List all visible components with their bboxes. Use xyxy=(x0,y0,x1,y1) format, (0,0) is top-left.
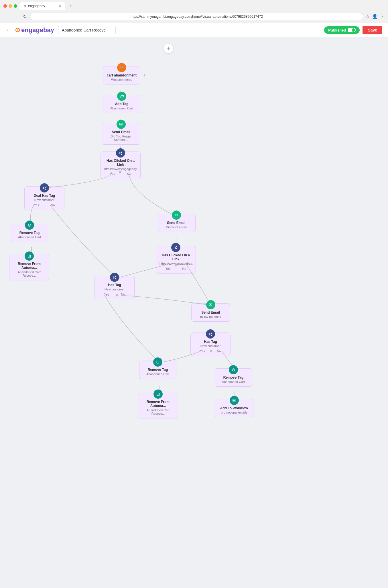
url-text: https://sammymugambi.engagebay.com/home#… xyxy=(131,15,263,19)
send-email-followup-subtitle: follow up email xyxy=(195,315,226,318)
save-button[interactable]: Save xyxy=(363,26,382,34)
remove-from-auto-2-subtitle: Abandoned Cart Recove... xyxy=(142,408,174,415)
no-label-hastag2: No xyxy=(217,349,221,353)
has-clicked-2-branches: Yes No xyxy=(159,267,192,270)
add-tag-node[interactable]: 🏷 Add Tag Abandoned Cart xyxy=(103,95,140,113)
browser-tab[interactable]: ⚙ engagebay ✕ xyxy=(19,2,65,10)
remove-tag-2-node[interactable]: ⊖ Remove Tag Abandoned Cart xyxy=(139,361,176,379)
has-clicked-1-subtitle: https://www.engagebay.... xyxy=(104,167,137,171)
email-icon-discount: ✉ xyxy=(172,211,181,220)
send-email-1-title: Send Email xyxy=(105,130,137,134)
remove-tag-icon-2: ⊖ xyxy=(153,357,162,367)
account-icon[interactable]: 👤 xyxy=(372,14,378,19)
condition-icon-hastag2: ⑆ xyxy=(206,329,215,339)
no-label-1: No xyxy=(127,172,131,176)
address-bar[interactable]: https://sammymugambi.engagebay.com/home#… xyxy=(30,13,363,20)
back-button[interactable]: ← xyxy=(3,13,10,20)
remove-tag-3-title: Remove Tag xyxy=(218,375,248,379)
send-email-followup-node[interactable]: ✉ Send Email follow up email xyxy=(191,303,230,322)
deal-has-tag-title: Deal Has Tag xyxy=(28,194,61,198)
dot-red xyxy=(3,4,7,8)
deal-has-tag-branches: Yes No xyxy=(28,203,61,207)
send-email-1-subtitle: Did You Forget Somethi... xyxy=(105,135,137,141)
inline-plus[interactable]: + xyxy=(143,73,146,78)
remove-tag-1-node[interactable]: ⊖ Remove Tag Abandoned Cart xyxy=(11,224,48,242)
logo-symbol: ⊙ xyxy=(15,26,20,34)
deal-has-tag-subtitle: New customer xyxy=(28,198,61,202)
menu-icon[interactable]: ⋮ xyxy=(380,14,385,19)
browser-chrome: ⚙ engagebay ✕ + ← → ↻ https://sammymugam… xyxy=(0,0,388,23)
dot-yellow xyxy=(9,4,12,8)
remove-from-auto-2-title: Remove From Automa... xyxy=(142,400,174,408)
deal-has-tag-node[interactable]: ⑆ Deal Has Tag New customer Yes No xyxy=(24,186,64,210)
condition-icon-hastag1: ⑆ xyxy=(110,273,119,282)
yes-label-2: Yes xyxy=(165,267,170,270)
yes-label-deal: Yes xyxy=(34,203,39,207)
send-email-followup-title: Send Email xyxy=(195,310,226,314)
remove-tag-1-subtitle: Abandoned Cart xyxy=(15,235,44,239)
workflow-name-input[interactable] xyxy=(58,26,116,34)
remove-tag-3-subtitle: Abandoned Cart xyxy=(218,380,248,384)
email-icon-1: ✉ xyxy=(117,120,126,129)
new-tab-button[interactable]: + xyxy=(68,3,74,9)
published-toggle[interactable] xyxy=(348,28,356,32)
send-email-discount-title: Send Email xyxy=(161,221,192,225)
tab-close-button[interactable]: ✕ xyxy=(58,4,61,8)
remove-auto-icon-1: ⊞ xyxy=(25,251,34,261)
has-tag-1-node[interactable]: ⑆ Has Tag New customer Yes No xyxy=(94,276,135,299)
remove-tag-2-title: Remove Tag xyxy=(143,368,173,372)
remove-tag-icon-1: ⊖ xyxy=(25,221,34,230)
send-email-1-node[interactable]: ✉ Send Email Did You Forget Somethi... xyxy=(102,123,140,145)
workflow-icon: ⊞ xyxy=(230,396,239,405)
dot-green xyxy=(14,4,17,8)
email-icon-followup: ✉ xyxy=(206,300,215,309)
remove-from-auto-1-title: Remove From Automa... xyxy=(13,262,46,270)
reload-button[interactable]: ↻ xyxy=(22,13,28,20)
bookmark-icon[interactable]: ☆ xyxy=(366,14,370,19)
has-clicked-2-title: Has Clicked On a Link xyxy=(159,253,192,261)
tab-favicon: ⚙ xyxy=(23,4,26,8)
remove-from-auto-1-node[interactable]: ⊞ Remove From Automa... Abandoned Cart R… xyxy=(9,255,49,280)
add-tag-title: Add Tag xyxy=(107,102,137,106)
browser-address-bar: ← → ↻ https://sammymugambi.engagebay.com… xyxy=(3,11,385,23)
condition-icon-deal: ⑆ xyxy=(40,183,49,192)
browser-dots xyxy=(3,4,17,8)
browser-icons: ☆ 👤 ⋮ xyxy=(366,14,385,19)
add-to-workflow-node[interactable]: ⊞ Add To Workflow promotional emails xyxy=(215,399,253,417)
trigger-title: cart abandonment xyxy=(107,73,137,77)
remove-from-auto-1-subtitle: Abandoned Cart Recove... xyxy=(13,270,46,277)
has-clicked-1-branches: Yes No xyxy=(104,172,137,176)
has-clicked-2-node[interactable]: ⑆ Has Clicked On a Link https://www.enga… xyxy=(156,246,196,274)
has-tag-2-branches: Yes No xyxy=(194,349,227,353)
back-button[interactable]: ← xyxy=(6,27,11,33)
app-header: ← ⊙ engagebay Published Save xyxy=(0,23,388,38)
trigger-node[interactable]: 🛒 cart abandonment Woocommerce + xyxy=(103,66,140,84)
yes-label-hastag2: Yes xyxy=(200,349,205,353)
remove-tag-icon-3: ⊖ xyxy=(229,365,238,374)
published-badge: Published xyxy=(324,26,360,34)
yes-label-1: Yes xyxy=(110,172,115,176)
published-label: Published xyxy=(328,28,346,32)
remove-tag-3-node[interactable]: ⊖ Remove Tag Abandoned Cart xyxy=(215,368,252,387)
logo-text: engagebay xyxy=(21,26,54,34)
header-right: Published Save xyxy=(324,26,382,34)
remove-auto-icon-2: ⊞ xyxy=(153,390,163,399)
tab-title: engagebay xyxy=(28,4,45,8)
add-node-button-top[interactable]: + xyxy=(163,43,174,54)
has-clicked-2-subtitle: https://www.engagebay.... xyxy=(159,262,192,265)
has-tag-2-subtitle: New customer xyxy=(194,344,227,348)
send-email-discount-node[interactable]: ✉ Send Email Discount email xyxy=(157,214,196,232)
automation-canvas: + xyxy=(0,38,388,588)
forward-button[interactable]: → xyxy=(13,13,19,20)
has-tag-2-node[interactable]: ⑆ Has Tag New customer Yes No xyxy=(190,333,231,356)
has-clicked-1-node[interactable]: ⑆ Has Clicked On a Link https://www.enga… xyxy=(101,152,141,179)
trigger-subtitle: Woocommerce xyxy=(107,78,137,81)
add-to-workflow-title: Add To Workflow xyxy=(218,406,250,410)
no-label-2: No xyxy=(182,267,186,270)
condition-icon-1: ⑆ xyxy=(116,148,125,158)
send-email-discount-subtitle: Discount email xyxy=(161,225,192,229)
remove-from-auto-2-node[interactable]: ⊞ Remove From Automa... Abandoned Cart R… xyxy=(138,393,178,418)
yes-label-hastag1: Yes xyxy=(104,293,109,296)
has-tag-1-subtitle: New customer xyxy=(98,288,131,291)
logo: ⊙ engagebay xyxy=(15,26,54,34)
